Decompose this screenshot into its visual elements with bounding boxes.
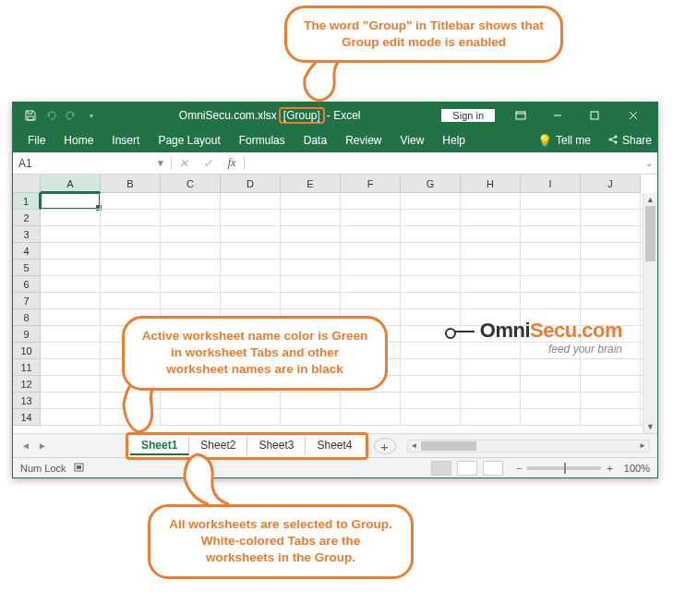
ribbon-tab-view[interactable]: View <box>391 130 434 151</box>
logo-tagline: feed your brain <box>445 343 622 356</box>
page-break-view-icon[interactable] <box>483 461 503 476</box>
ribbon-tab-insert[interactable]: Insert <box>102 130 149 151</box>
ribbon-tab-help[interactable]: Help <box>433 130 475 151</box>
scroll-down-icon[interactable]: ▼ <box>643 420 657 433</box>
column-header[interactable]: G <box>401 175 461 193</box>
row-header[interactable]: 9 <box>13 326 41 343</box>
column-header[interactable]: C <box>161 175 221 193</box>
titlebar: ▾ OmniSecu.com.xlsx [Group] - Excel Sign… <box>13 103 657 128</box>
column-header[interactable]: J <box>581 175 641 193</box>
minimize-icon[interactable] <box>539 103 576 128</box>
signin-button[interactable]: Sign in <box>441 109 495 122</box>
ribbon-tab-file[interactable]: File <box>18 130 54 151</box>
column-header[interactable]: I <box>521 175 581 193</box>
window-title: OmniSecu.com.xlsx [Group] - Excel <box>98 107 441 124</box>
callout-text: All worksheets are selected to Group. Wh… <box>169 517 392 564</box>
callout-text: Active worksheet name color is Green in … <box>142 329 368 376</box>
ribbon-tab-formulas[interactable]: Formulas <box>230 130 294 151</box>
cells-area[interactable] <box>41 193 657 426</box>
column-header[interactable]: A <box>41 175 101 193</box>
new-sheet-button[interactable]: + <box>374 438 396 454</box>
svg-rect-12 <box>77 465 81 469</box>
svg-rect-0 <box>516 112 525 119</box>
name-box-value: A1 <box>18 157 32 170</box>
row-header[interactable]: 14 <box>13 409 41 426</box>
zoom-slider[interactable] <box>527 466 601 470</box>
row-header[interactable]: 4 <box>13 243 41 260</box>
sheet-tab-sheet4[interactable]: Sheet4 <box>306 437 363 455</box>
ribbon-tab-home[interactable]: Home <box>54 130 102 151</box>
column-header[interactable]: F <box>341 175 401 193</box>
sheet-tabs-group-highlight: Sheet1 Sheet2 Sheet3 Sheet4 <box>126 432 368 460</box>
tellme-button[interactable]: Tell me <box>556 134 591 147</box>
sheet-nav-next-icon[interactable]: ► <box>35 441 50 451</box>
name-box[interactable]: A1 ▼ <box>13 157 172 170</box>
zoom-in-icon[interactable]: + <box>607 463 612 474</box>
row-header[interactable]: 13 <box>13 393 41 409</box>
ribbon-tab-data[interactable]: Data <box>294 130 336 151</box>
column-header[interactable]: H <box>461 175 521 193</box>
share-button[interactable]: Share <box>622 134 652 147</box>
quick-access-toolbar: ▾ <box>17 109 98 122</box>
select-all-corner[interactable] <box>13 175 41 193</box>
callout-group-titlebar: The word "Group" in Titlebar shows that … <box>284 6 563 63</box>
row-header[interactable]: 5 <box>13 260 41 276</box>
redo-icon[interactable] <box>65 109 78 122</box>
sheet-tab-sheet1[interactable]: Sheet1 <box>130 437 189 455</box>
ribbon-tab-review[interactable]: Review <box>336 130 391 151</box>
ribbon-tab-pagelayout[interactable]: Page Layout <box>149 130 229 151</box>
row-header[interactable]: 7 <box>13 293 41 309</box>
enter-icon[interactable]: ✓ <box>196 157 220 170</box>
sheet-nav: ◄ ► <box>13 441 55 451</box>
zoom-level[interactable]: 100% <box>624 463 650 474</box>
normal-view-icon[interactable] <box>431 461 451 476</box>
formula-bar-buttons: ✕ ✓ fx <box>172 156 245 170</box>
save-icon[interactable] <box>24 109 37 122</box>
macro-record-icon[interactable] <box>74 462 87 475</box>
excel-window: ▾ OmniSecu.com.xlsx [Group] - Excel Sign… <box>12 102 658 478</box>
cancel-icon[interactable]: ✕ <box>172 157 196 170</box>
scroll-up-icon[interactable]: ▲ <box>643 193 657 206</box>
name-box-dropdown-icon[interactable]: ▼ <box>156 158 165 168</box>
row-header[interactable]: 6 <box>13 276 41 293</box>
column-header[interactable]: B <box>101 175 161 193</box>
callout-group-tabs: All worksheets are selected to Group. Wh… <box>148 504 414 579</box>
page-layout-view-icon[interactable] <box>457 461 477 476</box>
maximize-icon[interactable] <box>576 103 613 128</box>
numlock-indicator: Num Lock <box>20 463 66 474</box>
column-header[interactable]: E <box>281 175 341 193</box>
insert-function-icon[interactable]: fx <box>220 156 244 170</box>
tellme-icon: 💡 <box>537 134 552 148</box>
key-icon <box>445 326 476 337</box>
row-header[interactable]: 2 <box>13 210 41 226</box>
column-header[interactable]: D <box>221 175 281 193</box>
sheet-tab-sheet2[interactable]: Sheet2 <box>189 437 247 455</box>
sheet-nav-prev-icon[interactable]: ◄ <box>18 441 33 451</box>
sheet-tab-bar: ◄ ► Sheet1 Sheet2 Sheet3 Sheet4 + ◄ ► <box>13 433 657 457</box>
row-header[interactable]: 1 <box>13 193 41 210</box>
undo-icon[interactable] <box>44 109 57 122</box>
row-header[interactable]: 12 <box>13 376 41 393</box>
row-header[interactable]: 8 <box>13 309 41 326</box>
row-header[interactable]: 3 <box>13 226 41 243</box>
scroll-right-icon[interactable]: ► <box>636 441 649 452</box>
qat-dropdown-icon[interactable]: ▾ <box>85 109 98 122</box>
row-header[interactable]: 11 <box>13 359 41 376</box>
vertical-scroll-thumb[interactable] <box>645 206 655 261</box>
close-icon[interactable] <box>613 103 654 128</box>
svg-line-9 <box>611 137 615 139</box>
ribbon-display-options-icon[interactable] <box>502 103 539 128</box>
scroll-left-icon[interactable]: ◄ <box>408 441 421 452</box>
title-app-suffix: - Excel <box>327 109 361 122</box>
share-icon <box>607 134 619 148</box>
sheet-tab-sheet3[interactable]: Sheet3 <box>247 437 306 455</box>
active-cell[interactable] <box>40 192 101 210</box>
formula-bar-expand-icon[interactable]: ⌄ <box>641 158 657 168</box>
vertical-scrollbar[interactable]: ▲ ▼ <box>643 193 657 433</box>
omnisecu-logo: OmniSecu.com feed your brain <box>445 319 622 356</box>
title-filename: OmniSecu.com.xlsx <box>179 109 277 122</box>
horizontal-scrollbar[interactable]: ◄ ► <box>407 440 651 453</box>
horizontal-scroll-thumb[interactable] <box>421 441 476 451</box>
row-header[interactable]: 10 <box>13 343 41 359</box>
zoom-out-icon[interactable]: − <box>516 463 522 474</box>
